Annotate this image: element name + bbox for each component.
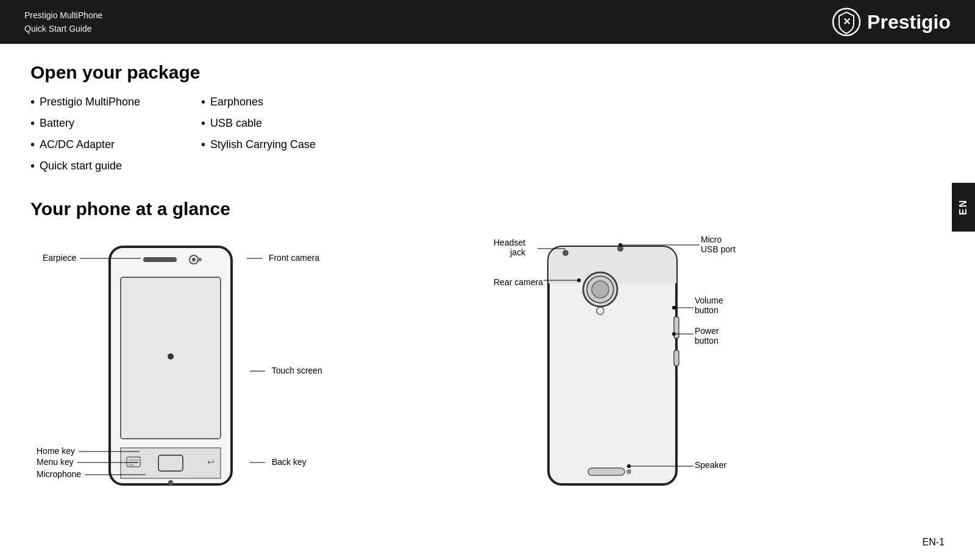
list-item-earphones: Earphones (201, 95, 372, 109)
svg-point-15 (168, 480, 173, 485)
page-number: EN-1 (923, 537, 945, 548)
svg-point-36 (617, 246, 623, 252)
header-line2: Quick Start Guide (24, 22, 102, 35)
package-list: Prestigio MultiPhone Battery AC/DC Adapt… (30, 95, 945, 180)
rear-camera-label: Rear camera (494, 277, 543, 287)
svg-rect-33 (588, 468, 625, 475)
svg-point-6 (192, 258, 196, 261)
menu-key-label: Menu key (37, 457, 144, 467)
package-col2: Earphones USB cable Stylish Carrying Cas… (201, 95, 372, 180)
header-line1: Prestigio MultiPhone (24, 9, 102, 22)
front-camera-label: Front camera (247, 253, 319, 263)
svg-point-16 (168, 353, 174, 360)
list-item-acdc: AC/DC Adapter (30, 138, 201, 152)
svg-point-34 (626, 469, 631, 474)
svg-rect-31 (674, 317, 679, 338)
power-button-label: Power button (695, 326, 719, 346)
en-tab: EN (952, 183, 975, 232)
earpiece-label: Earpiece (43, 253, 147, 263)
svg-rect-4 (143, 257, 177, 262)
microphone-label: Microphone (37, 469, 152, 479)
home-key-label: Home key (37, 446, 146, 456)
glance-title: Your phone at a glance (30, 199, 945, 219)
speaker-label: Speaker (695, 460, 726, 470)
list-item-multiphone: Prestigio MultiPhone (30, 95, 201, 109)
headset-jack-label: Headset jack (494, 238, 525, 257)
header: Prestigio MultiPhone Quick Start Guide ✕… (0, 0, 975, 44)
list-item-usb: USB cable (201, 116, 372, 130)
svg-point-35 (562, 250, 569, 256)
package-col1: Prestigio MultiPhone Battery AC/DC Adapt… (30, 95, 201, 180)
micro-usb-label: Micro USB port (701, 235, 736, 254)
header-text: Prestigio MultiPhone Quick Start Guide (24, 9, 102, 36)
open-package-title: Open your package (30, 62, 945, 83)
svg-point-7 (198, 258, 202, 261)
list-item-case: Stylish Carrying Case (201, 138, 372, 152)
front-phone-diagram: ↩ Earpiece Front camera Touch screen (30, 232, 408, 548)
svg-text:✕: ✕ (843, 16, 851, 27)
main-content: Open your package Prestigio MultiPhone B… (0, 44, 975, 560)
back-key-label: Back key (250, 457, 307, 467)
svg-rect-32 (674, 350, 679, 366)
svg-point-29 (592, 281, 609, 298)
svg-text:↩: ↩ (207, 457, 214, 467)
header-logo: ✕ Prestigio (832, 7, 951, 37)
volume-button-label: Volume button (695, 296, 723, 315)
list-item-battery: Battery (30, 116, 201, 130)
back-phone-svg (542, 244, 682, 487)
list-item-quickstart: Quick start guide (30, 159, 201, 173)
touch-screen-label: Touch screen (250, 366, 322, 375)
logo-text: Prestigio (867, 11, 951, 34)
glance-section: ↩ Earpiece Front camera Touch screen (30, 232, 945, 548)
prestigio-shield-icon: ✕ (832, 7, 861, 37)
back-phone-diagram: Headset jack Micro USB port Rear camera (494, 232, 798, 536)
